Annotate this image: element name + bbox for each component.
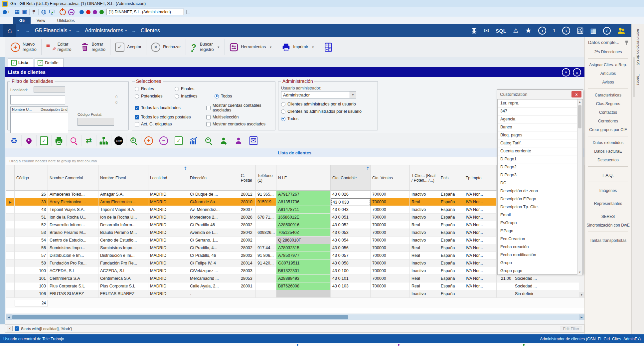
customization-field-fecha-creaci-n[interactable]: Fecha creación bbox=[498, 243, 577, 251]
localidad-list[interactable]: Nombre U... Descripción Und.A... bbox=[10, 106, 68, 133]
sidebar-item-descuentos[interactable]: Descuentos bbox=[585, 156, 631, 164]
column-header-cta-ventas[interactable]: Cta. Ventas bbox=[371, 165, 410, 191]
check-doc-2-icon[interactable]: ✓ bbox=[171, 135, 186, 146]
customization-field-agencia[interactable]: Agencia bbox=[498, 115, 577, 123]
radio-finales[interactable]: Finales bbox=[175, 86, 215, 91]
radio-potenciales[interactable]: Potenciales bbox=[135, 94, 175, 98]
codigo-postal-field[interactable] bbox=[78, 118, 114, 126]
scroll-down-icon[interactable]: ▼ bbox=[579, 292, 584, 297]
check-doc-icon[interactable]: ✓ bbox=[37, 135, 52, 146]
column-header-tel-fono-1[interactable]: Teléfono (1) bbox=[256, 165, 276, 191]
tab-detalle[interactable]: ✓Detalle bbox=[35, 58, 63, 67]
user-icon[interactable] bbox=[231, 135, 246, 146]
scroll-down-icon[interactable]: ▼ bbox=[577, 270, 582, 275]
combo-side-icon[interactable] bbox=[186, 10, 190, 14]
dock-tab-administracion[interactable]: Administración de G5 bbox=[636, 29, 640, 65]
table-row[interactable]: 106FRUTAS SUAREZFRUTAS SUAREZMADRID.Inac… bbox=[6, 290, 584, 298]
print-icon[interactable] bbox=[52, 135, 67, 146]
customization-field-d-pago3[interactable]: D.Pago3 bbox=[498, 171, 577, 179]
scroll-right-icon[interactable]: ► bbox=[579, 314, 584, 320]
column-header-c-digo[interactable]: Código bbox=[15, 165, 48, 191]
column-header-n-i-f[interactable]: N.I.F bbox=[276, 165, 331, 191]
checkbox-mostrar-contactos-asociados[interactable]: Mostrar contactos asociados bbox=[206, 122, 272, 126]
edge-scrollbar[interactable] bbox=[633, 57, 635, 97]
remove-circle-icon[interactable]: − bbox=[156, 135, 171, 146]
status-dot-red-icon[interactable] bbox=[86, 10, 90, 14]
checkbox-act-g-etiquetas[interactable]: Act. G. etiquetas bbox=[135, 122, 206, 126]
loc-col-nombre[interactable]: Nombre U... bbox=[11, 107, 39, 112]
customization-field-fecha-modificaci-n[interactable]: Fecha modificación bbox=[498, 251, 577, 259]
sidebar-item-f-a-q[interactable]: F.A.Q. bbox=[585, 171, 631, 180]
menu-tab-utilidades[interactable]: Utilidades bbox=[51, 17, 81, 24]
grid-view-icon[interactable]: ▦ bbox=[15, 9, 20, 15]
globe-icon[interactable] bbox=[41, 9, 47, 15]
customization-field-347[interactable]: 347 bbox=[498, 107, 577, 115]
scroll-left-icon[interactable]: ◄ bbox=[6, 314, 12, 320]
rechazar-button[interactable]: ×Rechazar bbox=[146, 37, 186, 57]
sidebar-item-avisos[interactable]: Avisos bbox=[585, 78, 631, 86]
customization-field-descripci-n-f-pago[interactable]: Descripción F.Pago bbox=[498, 195, 577, 203]
sidebar-item-2-s-direcciones[interactable]: 2ªs Direcciones bbox=[585, 48, 631, 56]
column-header-nombre-fiscal[interactable]: Nombre Fiscal bbox=[98, 165, 148, 191]
hscroll-thumb[interactable] bbox=[12, 315, 348, 319]
close-icon[interactable]: x bbox=[571, 91, 581, 97]
stats-icon[interactable] bbox=[186, 135, 201, 146]
filter-pin-icon[interactable] bbox=[366, 166, 369, 171]
mail-icon[interactable]: ✉ bbox=[246, 135, 261, 146]
archive-icon[interactable] bbox=[471, 28, 477, 34]
forward-button[interactable]: › bbox=[562, 27, 570, 35]
customization-field-categ-tarif[interactable]: Categ.Tarif. bbox=[498, 139, 577, 147]
home-button[interactable]: ⌂ bbox=[3, 24, 16, 37]
sidebar-item-tarifas-transportistas[interactable]: Tarifas transportistas bbox=[585, 236, 631, 245]
chart-icon[interactable] bbox=[577, 27, 583, 34]
checkbox-multiselecci-n[interactable]: Multiselección bbox=[206, 115, 272, 119]
localidad-input[interactable] bbox=[10, 95, 65, 104]
sidebar-item-corredores[interactable]: Corredores bbox=[585, 117, 631, 125]
sql-button[interactable]: SQL bbox=[496, 28, 506, 33]
home-dropdown-icon[interactable]: ▾ bbox=[17, 29, 19, 32]
mail-icon[interactable]: ✉ bbox=[484, 28, 489, 34]
sidebar-item-datos-facturae[interactable]: Datos FacturaE bbox=[585, 147, 631, 156]
customization-field-fec-creacion[interactable]: Fec.Creacion bbox=[498, 235, 577, 243]
back-button[interactable]: ‹ bbox=[538, 27, 546, 35]
customization-field-f-pago[interactable]: F.Pago bbox=[498, 227, 577, 235]
sidebar-item-im-genes[interactable]: Imágenes bbox=[585, 186, 631, 195]
collapse-up-button[interactable]: ▴ bbox=[573, 68, 581, 77]
recycle-icon[interactable]: ♻ bbox=[7, 135, 22, 146]
session-indicator[interactable]: 1 bbox=[3, 10, 10, 14]
radio-todos[interactable]: Todos bbox=[281, 116, 375, 121]
nuevo-registro-button[interactable]: +Nuevoregistro bbox=[6, 37, 41, 57]
breadcrumb-item-clientes[interactable]: Clientes bbox=[141, 28, 160, 34]
status-dot-blue-icon[interactable] bbox=[80, 10, 84, 14]
window-layout-icon[interactable]: ▣ bbox=[22, 9, 27, 15]
filter-enabled-checkbox[interactable] bbox=[15, 326, 19, 331]
radio-clientes-administrados-por-el-usuario[interactable]: Clientes administrados por el usuario bbox=[281, 102, 375, 106]
chevron-down-icon[interactable]: ▼ bbox=[217, 46, 220, 49]
aceptar-button[interactable]: ✓Aceptar bbox=[110, 37, 146, 57]
filter-pin-icon[interactable] bbox=[184, 166, 187, 171]
chevron-down-icon[interactable]: ▼ bbox=[311, 46, 314, 49]
radio-spacer[interactable] bbox=[215, 86, 272, 91]
customization-field-dc[interactable]: DC bbox=[498, 179, 577, 187]
swift-icon[interactable]: Swift bbox=[111, 135, 126, 146]
radio-todos[interactable]: Todos bbox=[215, 94, 272, 98]
tab-lista[interactable]: ✓Lista bbox=[8, 58, 33, 67]
favorites-star-icon[interactable]: ★ bbox=[525, 27, 532, 34]
chevron-down-icon[interactable]: ▾ bbox=[125, 29, 127, 32]
customization-field-grupo-pago[interactable]: Grupo pago bbox=[498, 267, 577, 275]
remote-desktop-icon[interactable] bbox=[49, 9, 55, 15]
search-target-icon[interactable]: ⊙ bbox=[126, 135, 141, 146]
alert-icon[interactable]: ⚠ bbox=[513, 28, 518, 34]
swap-icon[interactable]: ⇄ bbox=[81, 135, 96, 146]
borrar-registro-button[interactable]: Borrarregistro bbox=[76, 37, 110, 57]
customization-field-cuenta-corriente[interactable]: Cuenta corriente bbox=[498, 147, 577, 155]
scroll-up-icon[interactable]: ▲ bbox=[577, 99, 582, 104]
grid-horizontal-scrollbar[interactable]: ◄ ► bbox=[6, 314, 584, 320]
search-minus-icon[interactable]: − bbox=[201, 135, 216, 146]
sidebar-item-art-culos[interactable]: Artículos bbox=[585, 69, 631, 78]
info-icon[interactable]: i bbox=[603, 27, 611, 35]
imprimir-button[interactable]: Imprimir▼ bbox=[277, 37, 319, 57]
status-dot-purple-icon[interactable] bbox=[93, 10, 97, 14]
usuario-administrador-select[interactable]: Administrador ▼ bbox=[281, 91, 375, 98]
sidebar-item-seres[interactable]: SERES bbox=[585, 212, 631, 221]
